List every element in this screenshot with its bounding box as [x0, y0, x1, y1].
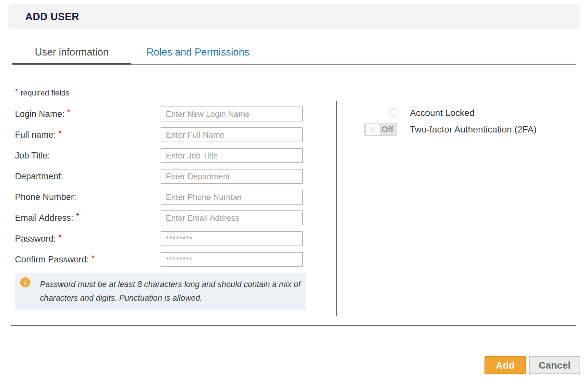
login-name-input[interactable] — [161, 107, 303, 121]
field-label: Confirm Password:* — [15, 255, 95, 265]
email-address-input[interactable] — [161, 210, 303, 225]
password-note-text: Password must be at least 8 characters l… — [40, 277, 303, 305]
required-fields-text: required fields — [20, 88, 69, 97]
form-row-full-name: Full name:* — [15, 127, 303, 142]
account-locked-checkbox[interactable] — [389, 108, 398, 117]
form-row-job-title: Job Title:* — [15, 148, 303, 163]
field-label: Password:* — [15, 234, 62, 244]
page-title: ADD USER — [25, 11, 79, 23]
password-requirements-note: i Password must be at least 8 characters… — [15, 273, 306, 310]
field-label: Phone Number:* — [15, 192, 76, 202]
form-row-confirm-password: Confirm Password:* — [15, 252, 303, 267]
field-label: Department:* — [15, 171, 63, 182]
required-asterisk: * — [58, 129, 62, 138]
required-asterisk: * — [67, 108, 70, 117]
field-label: Login Name:* — [15, 109, 70, 119]
form-row-department: Department:* — [15, 169, 303, 184]
form-row-email-address: Email Address:* — [15, 210, 303, 225]
full-name-input[interactable] — [161, 127, 303, 142]
field-label: Email Address:* — [15, 213, 79, 223]
form-row-login-name: Login Name:* — [15, 107, 303, 121]
required-fields-legend: *required fields — [15, 88, 69, 97]
field-label: Full name:* — [15, 130, 62, 140]
tab-roles-and-permissions[interactable]: Roles and Permissions — [131, 46, 265, 63]
confirm-password-input[interactable] — [161, 252, 303, 267]
info-icon: i — [20, 277, 30, 287]
toggle-handle — [365, 124, 381, 135]
password-input[interactable] — [161, 231, 303, 246]
add-button-label: Add — [496, 360, 515, 371]
field-label: Job Title:* — [15, 151, 50, 161]
required-asterisk: * — [58, 233, 62, 242]
tab-user-information[interactable]: User information — [12, 46, 131, 63]
add-user-dialog: ADD USER User information Roles and Perm… — [0, 0, 588, 378]
two-factor-toggle[interactable]: Off — [364, 123, 397, 136]
cancel-button-label: Cancel — [539, 360, 570, 371]
two-factor-label: Two-factor Authentication (2FA) — [410, 124, 537, 135]
form-row-password: Password:* — [15, 231, 303, 246]
phone-number-input[interactable] — [161, 190, 303, 205]
tab-label: User information — [35, 46, 108, 58]
required-asterisk: * — [76, 212, 79, 221]
active-tab-underline — [12, 63, 131, 65]
tab-label: Roles and Permissions — [146, 46, 249, 58]
job-title-input[interactable] — [161, 148, 303, 163]
toggle-state-label: Off — [382, 123, 393, 135]
bottom-divider — [11, 325, 576, 326]
vertical-divider — [336, 101, 337, 316]
dialog-header: ADD USER — [8, 4, 580, 29]
department-input[interactable] — [161, 169, 303, 184]
required-asterisk: * — [92, 253, 95, 262]
add-button[interactable]: Add — [484, 356, 526, 374]
required-asterisk: * — [15, 87, 18, 96]
cancel-button[interactable]: Cancel — [529, 356, 580, 374]
form-row-phone-number: Phone Number:* — [15, 190, 303, 205]
account-locked-label: Account Locked — [410, 108, 474, 118]
